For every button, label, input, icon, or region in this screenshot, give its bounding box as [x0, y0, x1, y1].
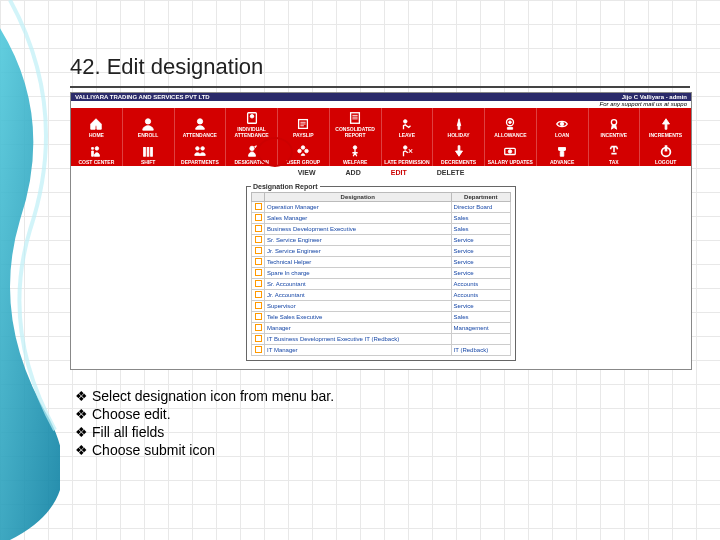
table-row[interactable]: Sr. AccountantAccounts [252, 279, 511, 290]
menu-leave[interactable]: LEAVE [382, 108, 434, 139]
menu-consolidated-report[interactable]: CONSOLIDATED REPORT [330, 108, 382, 139]
row-checkbox-icon[interactable] [255, 225, 262, 232]
menu-home[interactable]: HOME [71, 108, 123, 139]
row-checkbox-icon[interactable] [255, 324, 262, 331]
menu-salary-updates[interactable]: SALARY UPDATES [485, 139, 537, 166]
table-row[interactable]: IT Business Development Executive IT (Re… [252, 334, 511, 345]
menu-label: LATE PERMISSION [384, 159, 429, 165]
menu-incentive[interactable]: INCENTIVE [589, 108, 641, 139]
menu-label: PAYSLIP [293, 132, 314, 138]
late-icon [399, 143, 415, 159]
menu-user-group[interactable]: USER GROUP [278, 139, 330, 166]
row-checkbox-icon[interactable] [255, 335, 262, 342]
menu-advance[interactable]: ADVANCE [537, 139, 589, 166]
row-checkbox-icon[interactable] [255, 258, 262, 265]
menu-label: DESIGNATION [234, 159, 268, 165]
table-row[interactable]: Spare In chargeService [252, 268, 511, 279]
svg-rect-5 [351, 113, 360, 124]
row-checkbox-icon[interactable] [255, 313, 262, 320]
decr-icon [451, 143, 467, 159]
cell-designation: Sr. Service Engineer [265, 235, 452, 246]
tab-edit[interactable]: EDIT [391, 169, 407, 176]
row-checkbox-icon[interactable] [255, 247, 262, 254]
menu-welfare[interactable]: WELFARE [330, 139, 382, 166]
tab-add[interactable]: ADD [346, 169, 361, 176]
instruction-text: Choose edit. [92, 406, 171, 422]
menu-logout[interactable]: LOGOUT [640, 139, 691, 166]
instruction-text: Select designation icon from menu bar. [92, 388, 334, 404]
tab-delete[interactable]: DELETE [437, 169, 465, 176]
menu-loan[interactable]: LOAN [537, 108, 589, 139]
table-row[interactable]: ManagerManagement [252, 323, 511, 334]
menu-attendance[interactable]: ATTENDANCE [175, 108, 227, 139]
menu-late-permission[interactable]: LATE PERMISSION [382, 139, 434, 166]
table-row[interactable]: Sr. Service EngineerService [252, 235, 511, 246]
table-row[interactable]: Business Development ExecutiveSales [252, 224, 511, 235]
menu-label: DECREMENTS [441, 159, 476, 165]
menu-tax[interactable]: TAX [589, 139, 641, 166]
table-row[interactable]: IT ManagerIT (Redback) [252, 345, 511, 356]
table-row[interactable]: Sales ManagerSales [252, 213, 511, 224]
cell-department: IT (Redback) [451, 345, 510, 356]
svg-point-19 [302, 146, 306, 150]
tab-view[interactable]: VIEW [298, 169, 316, 176]
menu-decrements[interactable]: DECREMENTS [433, 139, 485, 166]
svg-point-25 [509, 150, 513, 154]
row-checkbox-icon[interactable] [255, 291, 262, 298]
table-row[interactable]: Jr. Service EngineerService [252, 246, 511, 257]
menu-label: COST CENTER [78, 159, 114, 165]
cell-department: Service [451, 257, 510, 268]
instruction-text: Fill all fields [92, 424, 164, 440]
menu-cost-center[interactable]: COST CENTER [71, 139, 123, 166]
menu-allowance[interactable]: ALLOWANCE [485, 108, 537, 139]
menu-increments[interactable]: INCREMENTS [640, 108, 691, 139]
menu-departments[interactable]: DEPARTMENTS [175, 139, 227, 166]
menu-individual-attendance[interactable]: INDIVIDUAL ATTENDANCE [226, 108, 278, 139]
menu-holiday[interactable]: HOLIDAY [433, 108, 485, 139]
menu-label: WELFARE [343, 159, 367, 165]
cell-department: Service [451, 268, 510, 279]
table-row[interactable]: Technical HelperService [252, 257, 511, 268]
row-checkbox-icon[interactable] [255, 269, 262, 276]
row-checkbox-icon[interactable] [255, 236, 262, 243]
svg-rect-13 [144, 148, 146, 157]
menu-label: ENROLL [138, 132, 159, 138]
app-screenshot: VALLIYARA TRADING AND SERVICES PVT LTD J… [70, 92, 692, 370]
menu-payslip[interactable]: PAYSLIP [278, 108, 330, 139]
payslip-icon [295, 116, 311, 132]
table-row[interactable]: Operation ManagerDirector Board [252, 202, 511, 213]
cc-icon [88, 143, 104, 159]
designation-panel: Designation Report Designation Departmen… [246, 183, 516, 361]
bullet-icon: ❖ [70, 442, 92, 458]
svg-point-1 [197, 119, 202, 124]
row-checkbox-icon[interactable] [255, 280, 262, 287]
table-row[interactable]: SupervisorService [252, 301, 511, 312]
menu-label: ADVANCE [550, 159, 574, 165]
row-checkbox-icon[interactable] [255, 346, 262, 353]
table-row[interactable]: Tele Sales ExecutiveSales [252, 312, 511, 323]
menu-label: ATTENDANCE [183, 132, 217, 138]
svg-point-22 [353, 146, 357, 150]
report-icon [347, 110, 363, 126]
bullet-icon: ❖ [70, 388, 92, 404]
svg-point-3 [250, 115, 254, 119]
svg-point-9 [509, 121, 512, 124]
svg-point-11 [611, 120, 616, 125]
user-label: Jijo C Valliyara - admin [622, 94, 687, 100]
cell-department: Accounts [451, 279, 510, 290]
allow-icon [502, 116, 518, 132]
menu-designation[interactable]: DESIGNATION [226, 139, 278, 166]
menu-enroll[interactable]: ENROLL [123, 108, 175, 139]
menu-label: HOLIDAY [448, 132, 470, 138]
menu-shift[interactable]: SHIFT [123, 139, 175, 166]
menu-label: DEPARTMENTS [181, 159, 219, 165]
cell-designation: Tele Sales Executive [265, 312, 452, 323]
menu-label: INDIVIDUAL ATTENDANCE [226, 126, 277, 138]
row-checkbox-icon[interactable] [255, 214, 262, 221]
row-checkbox-icon[interactable] [255, 203, 262, 210]
svg-point-23 [403, 146, 407, 150]
instruction-item: ❖Select designation icon from menu bar. [70, 388, 700, 404]
row-checkbox-icon[interactable] [255, 302, 262, 309]
designation-table: Designation Department Operation Manager… [251, 192, 511, 356]
table-row[interactable]: Jr. AccountantAccounts [252, 290, 511, 301]
